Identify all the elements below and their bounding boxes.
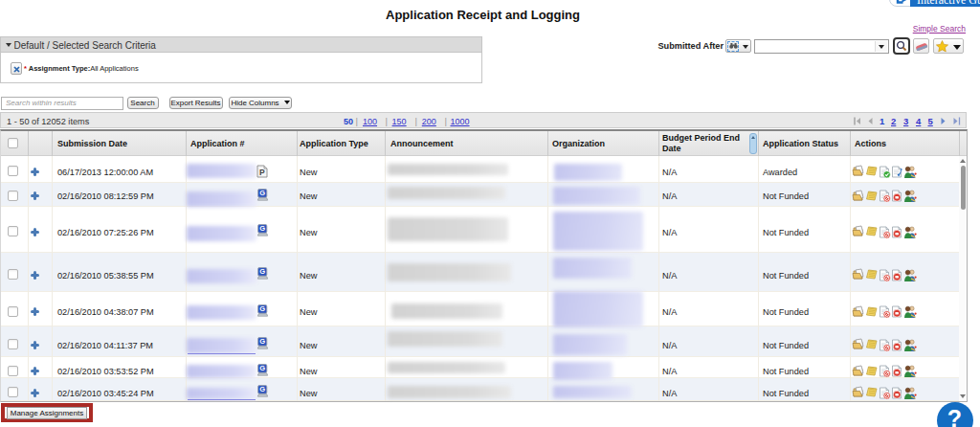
svg-text:P: P	[259, 167, 265, 176]
svg-text:G: G	[259, 267, 265, 276]
svg-text:G: G	[259, 304, 265, 313]
svg-text:G: G	[259, 385, 265, 393]
svg-text:G: G	[259, 189, 265, 197]
svg-text:G: G	[259, 337, 265, 346]
svg-text:G: G	[259, 364, 265, 372]
svg-text:G: G	[259, 224, 265, 233]
